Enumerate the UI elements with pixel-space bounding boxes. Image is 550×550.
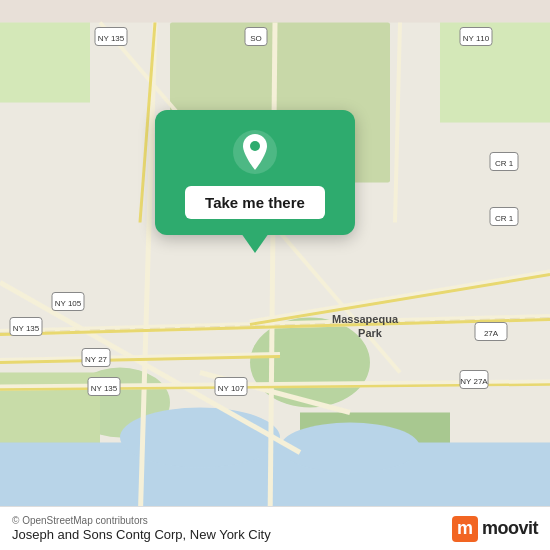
location-label: Joseph and Sons Contg Corp, New York Cit… bbox=[12, 527, 271, 542]
svg-text:27A: 27A bbox=[484, 329, 499, 338]
popup-card: Take me there bbox=[155, 110, 355, 235]
map-background: NY 135 NY 27 NY 105 NY 107 NY 135 NY 27A… bbox=[0, 0, 550, 550]
svg-rect-2 bbox=[0, 23, 90, 103]
moovit-logo-icon: m bbox=[452, 516, 478, 542]
svg-text:NY 27: NY 27 bbox=[85, 355, 108, 364]
moovit-logo-text: moovit bbox=[482, 518, 538, 539]
bottom-bar: © OpenStreetMap contributors Joseph and … bbox=[0, 506, 550, 550]
svg-point-54 bbox=[250, 141, 260, 151]
svg-text:Massapequa: Massapequa bbox=[332, 313, 399, 325]
bottom-left: © OpenStreetMap contributors Joseph and … bbox=[12, 515, 271, 542]
map-container: NY 135 NY 27 NY 105 NY 107 NY 135 NY 27A… bbox=[0, 0, 550, 550]
svg-text:CR 1: CR 1 bbox=[495, 214, 514, 223]
svg-point-10 bbox=[280, 423, 420, 473]
svg-point-4 bbox=[250, 318, 370, 408]
svg-text:Park: Park bbox=[358, 327, 383, 339]
svg-text:NY 105: NY 105 bbox=[55, 299, 82, 308]
svg-text:NY 135: NY 135 bbox=[98, 34, 125, 43]
svg-text:NY 135: NY 135 bbox=[91, 384, 118, 393]
svg-text:NY 107: NY 107 bbox=[218, 384, 245, 393]
svg-text:NY 27A: NY 27A bbox=[460, 377, 488, 386]
svg-rect-3 bbox=[440, 23, 550, 123]
svg-text:NY 110: NY 110 bbox=[463, 34, 490, 43]
osm-credit: © OpenStreetMap contributors bbox=[12, 515, 271, 526]
svg-text:SO: SO bbox=[250, 34, 262, 43]
location-pin-icon bbox=[231, 128, 279, 176]
svg-text:NY 135: NY 135 bbox=[13, 324, 40, 333]
moovit-logo: m moovit bbox=[452, 516, 538, 542]
svg-text:CR 1: CR 1 bbox=[495, 159, 514, 168]
take-me-there-button[interactable]: Take me there bbox=[185, 186, 325, 219]
